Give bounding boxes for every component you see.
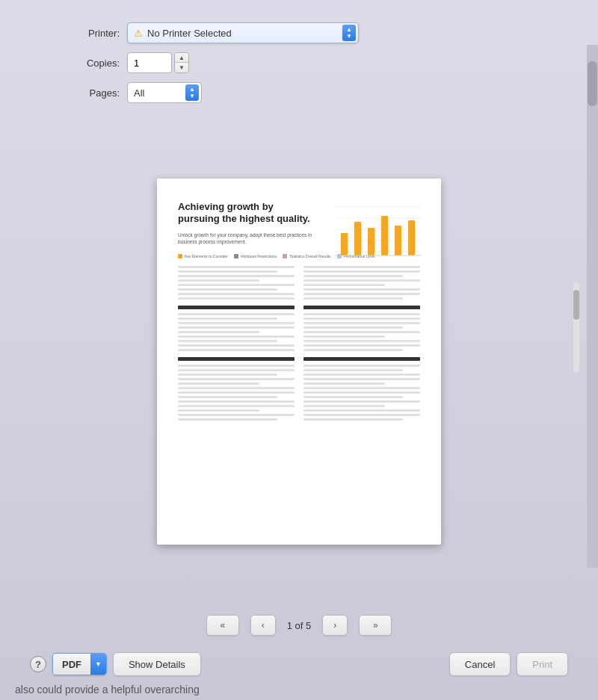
- text-line: [303, 369, 403, 371]
- text-line: [303, 405, 385, 407]
- text-line: [178, 279, 259, 282]
- copies-stepper[interactable]: ▲ ▼: [174, 52, 189, 73]
- text-line: [303, 326, 403, 329]
- text-line: [303, 275, 403, 277]
- text-line: [303, 318, 420, 320]
- legend-text-1: Key Elements to Consider: [185, 254, 228, 258]
- svg-rect-9: [395, 226, 401, 255]
- copies-increment-btn[interactable]: ▲: [175, 53, 188, 63]
- page-preview: Achieving growth by pursuing the highest…: [157, 179, 441, 545]
- text-line: [303, 387, 420, 389]
- text-line: [303, 396, 403, 398]
- pages-arrow-down-icon: ▼: [189, 93, 195, 99]
- text-line: [178, 275, 295, 277]
- print-button[interactable]: Print: [517, 652, 568, 676]
- bottom-text: also could provide a helpful overarching: [0, 679, 598, 700]
- svg-rect-6: [354, 222, 361, 255]
- text-line: [303, 284, 385, 286]
- window-scrollbar[interactable]: [587, 45, 598, 568]
- arrow-down-icon: ▼: [346, 34, 352, 40]
- legend-dot-3: [283, 254, 287, 258]
- text-line: [303, 344, 420, 347]
- form-area: Printer: ⚠ No Printer Selected ▲ ▼ Copie…: [15, 15, 583, 111]
- pdf-button[interactable]: PDF: [53, 654, 90, 675]
- print-dialog: Printer: ⚠ No Printer Selected ▲ ▼ Copie…: [0, 0, 598, 700]
- copies-input[interactable]: 1: [127, 52, 172, 73]
- text-line: [178, 266, 295, 268]
- pdf-button-group[interactable]: PDF ▼: [52, 653, 107, 675]
- text-line: [303, 279, 420, 282]
- text-line: [178, 418, 277, 421]
- text-line-header: [178, 306, 295, 309]
- text-line: [178, 340, 277, 342]
- text-line: [178, 414, 295, 416]
- text-line: [303, 418, 403, 421]
- text-line: [178, 382, 259, 385]
- legend-item-2: Attributes Restrictions: [234, 254, 277, 258]
- pages-arrow-up-icon: ▲: [189, 87, 195, 93]
- text-line: [303, 391, 420, 394]
- svg-rect-8: [381, 216, 388, 255]
- text-line: [178, 374, 277, 376]
- text-line: [303, 349, 403, 351]
- pages-dropdown[interactable]: All ▲ ▼: [127, 82, 202, 103]
- arrow-up-icon: ▲: [346, 27, 352, 33]
- text-line: [303, 293, 420, 295]
- text-line: [303, 331, 420, 333]
- legend-text-2: Attributes Restrictions: [241, 254, 277, 258]
- copies-row: Copies: 1 ▲ ▼: [60, 52, 568, 73]
- last-page-btn[interactable]: »: [359, 615, 392, 636]
- text-line-header: [303, 357, 420, 361]
- text-line: [303, 270, 420, 273]
- svg-rect-5: [341, 233, 348, 255]
- text-line: [303, 322, 420, 324]
- show-details-button[interactable]: Show Details: [113, 652, 201, 676]
- text-line: [303, 400, 420, 403]
- text-col-right: [303, 266, 420, 423]
- text-line: [303, 382, 385, 385]
- legend-dot-2: [234, 254, 238, 258]
- printer-row: Printer: ⚠ No Printer Selected ▲ ▼: [60, 22, 568, 43]
- next-page-btn[interactable]: ›: [322, 615, 348, 636]
- prev-page-btn[interactable]: ‹: [250, 615, 276, 636]
- copies-input-wrap: 1 ▲ ▼: [127, 52, 189, 73]
- printer-select-text: No Printer Selected: [147, 28, 352, 39]
- text-line: [178, 331, 259, 333]
- preview-scrollbar-track[interactable]: [573, 282, 579, 372]
- text-line: [178, 318, 277, 320]
- page-indicator: 1 of 5: [287, 620, 312, 631]
- text-line: [303, 409, 420, 412]
- text-line: [178, 396, 277, 398]
- svg-rect-7: [368, 228, 374, 255]
- text-line: [303, 378, 420, 380]
- legend-item-1: Key Elements to Consider: [178, 254, 228, 258]
- printer-warning-icon: ⚠: [134, 28, 143, 39]
- svg-rect-10: [408, 220, 415, 255]
- text-line: [178, 297, 295, 300]
- pdf-dropdown-arrow-btn[interactable]: ▼: [90, 654, 106, 675]
- text-line: [178, 369, 295, 371]
- text-line: [178, 409, 259, 412]
- legend-dot-1: [178, 254, 182, 258]
- first-page-btn[interactable]: «: [206, 615, 239, 636]
- text-line: [178, 313, 295, 315]
- printer-stepper-arrows: ▲ ▼: [342, 25, 356, 41]
- text-line: [178, 391, 295, 394]
- text-line: [178, 344, 295, 347]
- text-line: [303, 365, 420, 367]
- printer-dropdown[interactable]: ⚠ No Printer Selected ▲ ▼: [127, 22, 359, 43]
- window-scrollbar-thumb[interactable]: [588, 61, 597, 106]
- legend-item-3: Statistics Overall Results: [283, 254, 330, 258]
- cancel-button[interactable]: Cancel: [449, 652, 511, 676]
- text-line: [303, 414, 420, 416]
- text-line: [303, 340, 420, 342]
- text-line: [303, 297, 403, 300]
- text-line: [178, 378, 295, 380]
- pages-stepper-arrows: ▲ ▼: [185, 84, 199, 101]
- text-line: [303, 335, 385, 338]
- text-line-header: [303, 306, 420, 309]
- copies-decrement-btn[interactable]: ▼: [175, 63, 188, 72]
- preview-scrollbar-thumb[interactable]: [573, 290, 579, 320]
- text-line: [178, 293, 295, 295]
- help-button[interactable]: ?: [30, 656, 46, 672]
